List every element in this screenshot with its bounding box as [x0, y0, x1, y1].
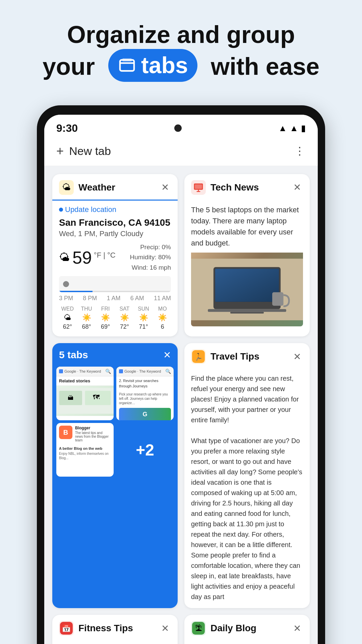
- travel-icon: 🏃: [192, 350, 205, 363]
- weather-times: 3 PM 8 PM 1 AM 6 AM 11 AM: [59, 295, 171, 302]
- tech-news-header: Tech News ✕: [184, 174, 310, 200]
- status-time: 9:30: [56, 122, 78, 135]
- precip: Precip: 0%: [130, 242, 171, 252]
- forecast-sat: SAT ☀️ 72°: [116, 306, 133, 330]
- new-tab-button[interactable]: + New tab: [56, 144, 111, 158]
- tech-news-image: [191, 253, 303, 326]
- update-location-text: Update location: [65, 205, 116, 214]
- tabs-icon: [118, 56, 136, 75]
- tech-news-text: The 5 best laptops on the market today. …: [191, 204, 303, 249]
- daily-blog-icon: 🏝: [192, 622, 205, 635]
- daily-blog-favicon: 🏝: [191, 621, 206, 636]
- temp-unit: °F | °C: [94, 251, 116, 260]
- weather-card-header: 🌤 Weather ✕: [52, 174, 178, 201]
- weather-description: Wed, 1 PM, Partly Cloudy: [59, 229, 171, 238]
- svg-text:🏔: 🏔: [68, 395, 73, 401]
- svg-rect-9: [230, 312, 264, 314]
- menu-button[interactable]: ⋮: [294, 145, 306, 157]
- plus-count: +2: [136, 441, 154, 459]
- travel-tips-card[interactable]: 🏃 Travel Tips ✕ Find the place where you…: [184, 343, 310, 608]
- hero-line1: Organize and group: [13, 20, 349, 49]
- fitness-tips-header: 📅 Fitness Tips ✕: [52, 615, 178, 640]
- fitness-tips-content: Never too late to start working out! Get…: [52, 640, 178, 644]
- svg-text:🏝: 🏝: [195, 624, 202, 633]
- travel-tips-title: Travel Tips: [210, 351, 286, 362]
- svg-rect-0: [120, 60, 134, 71]
- related-stories-img: 🗺 🏔: [56, 386, 114, 416]
- five-tabs-title: 5 tabs: [59, 349, 88, 361]
- tech-news-content: The 5 best laptops on the market today. …: [184, 200, 310, 326]
- weather-location: San Francisco, CA 94105: [59, 217, 171, 228]
- weather-details: Precip: 0% Humidity: 80% Wind: 16 mph: [130, 242, 171, 273]
- daily-blog-content: Cherries contain many important vitamins…: [184, 640, 310, 644]
- travel-tips-close-button[interactable]: ✕: [291, 351, 303, 363]
- laptop-image: [191, 253, 303, 326]
- weather-close-button[interactable]: ✕: [159, 181, 171, 194]
- svg-rect-7: [215, 269, 279, 302]
- update-location[interactable]: Update location: [59, 205, 171, 214]
- mini-tab-1-header: Google · The Keyword 🔍: [56, 367, 114, 376]
- svg-rect-8: [208, 309, 286, 312]
- time-2: 8 PM: [83, 295, 97, 302]
- tech-news-favicon: [191, 180, 206, 195]
- status-icons: ▲ ▲ ▮: [279, 123, 306, 133]
- time-4: 6 AM: [130, 295, 144, 302]
- svg-rect-10: [272, 292, 283, 306]
- battery-icon: ▮: [301, 123, 306, 133]
- travel-tips-favicon: 🏃: [191, 349, 206, 364]
- tech-news-card[interactable]: Tech News ✕ The 5 best laptops on the ma…: [184, 174, 310, 336]
- daily-blog-close-button[interactable]: ✕: [291, 622, 303, 634]
- svg-rect-1: [122, 58, 132, 61]
- five-tabs-card[interactable]: 5 tabs ✕ Google · The Keyword 🔍 Related …: [52, 343, 178, 608]
- forecast-sun: SUN ☀️ 71°: [135, 306, 152, 330]
- tech-news-close-button[interactable]: ✕: [291, 181, 303, 194]
- time-1: 3 PM: [59, 295, 73, 302]
- daily-blog-header: 🏝 Daily Blog ✕: [184, 615, 310, 640]
- forecast-fri: FRI ☀️ 69°: [97, 306, 114, 330]
- new-tab-label: New tab: [69, 145, 111, 158]
- weather-forecast: WED 🌤 62° THU ☀️ 68° FRI ☀️ 69°: [59, 306, 171, 330]
- weather-timeline: [59, 276, 171, 292]
- timeline-progress: [59, 291, 93, 292]
- mini-tab-plus[interactable]: +2: [116, 423, 174, 477]
- hero-line2-pre: your: [43, 53, 95, 80]
- svg-text:🗺: 🗺: [93, 393, 100, 401]
- camera-dot: [174, 124, 182, 132]
- weather-content: Update location San Francisco, CA 94105 …: [52, 201, 178, 336]
- fitness-tips-card[interactable]: 📅 Fitness Tips ✕ Never too late to start…: [52, 615, 178, 644]
- humidity: Humidity: 80%: [130, 252, 171, 262]
- daily-blog-card[interactable]: 🏝 Daily Blog ✕ Cherries contain many imp…: [184, 615, 310, 644]
- time-5: 11 AM: [154, 295, 171, 302]
- status-bar: 9:30 ▲ ▲ ▮: [44, 115, 318, 138]
- tech-news-title: Tech News: [210, 182, 286, 193]
- weather-card[interactable]: 🌤 Weather ✕ Update location San Francisc…: [52, 174, 178, 336]
- tabs-badge: tabs: [108, 49, 197, 82]
- fitness-favicon: 📅: [59, 621, 74, 636]
- fitness-tips-close-button[interactable]: ✕: [159, 622, 171, 634]
- weather-favicon: 🌤: [59, 180, 74, 195]
- location-dot: [59, 208, 63, 212]
- weather-title: Weather: [78, 182, 154, 193]
- phone-frame: 9:30 ▲ ▲ ▮ + New tab ⋮ 🌤 Weather: [37, 105, 325, 644]
- tabs-badge-label: tabs: [141, 52, 188, 79]
- weather-temp-row: 🌤 59 °F | °C Precip: 0% Humidity: 80% Wi…: [59, 242, 171, 273]
- five-tabs-header: 5 tabs ✕: [52, 343, 178, 367]
- forecast-mon: MO ☀️ 6: [154, 306, 171, 330]
- travel-tips-header: 🏃 Travel Tips ✕: [184, 343, 310, 369]
- hero-line2: your tabs with ease: [13, 49, 349, 82]
- mini-tab-3[interactable]: B Blogger The latest tips and news from …: [56, 423, 114, 477]
- timeline-bar: [59, 291, 171, 292]
- forecast-wed: WED 🌤 62°: [59, 306, 76, 330]
- wind: Wind: 16 mph: [130, 263, 171, 273]
- hero-section: Organize and group your tabs with ease: [0, 0, 362, 95]
- svg-text:🏃: 🏃: [194, 353, 203, 361]
- fitness-tips-title: Fitness Tips: [78, 623, 154, 634]
- hero-text: Organize and group your tabs with ease: [0, 0, 362, 95]
- signal-icon: ▲: [290, 123, 298, 133]
- forecast-thu: THU ☀️ 68°: [78, 306, 95, 330]
- tab-grid: 🌤 Weather ✕ Update location San Francisc…: [44, 166, 318, 644]
- mini-tab-1[interactable]: Google · The Keyword 🔍 Related stories 🗺…: [56, 367, 114, 420]
- mini-tab-2[interactable]: Google · The Keyword 🔍 2. Revisit your s…: [116, 367, 174, 420]
- chrome-header: + New tab ⋮: [44, 138, 318, 166]
- five-tabs-close-button[interactable]: ✕: [163, 350, 171, 361]
